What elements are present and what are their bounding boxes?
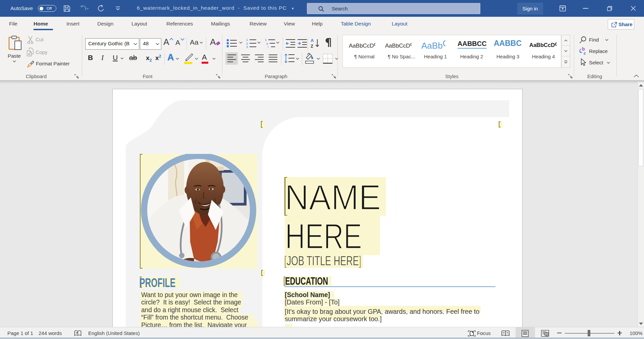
- svg-text:3: 3: [246, 45, 248, 48]
- svg-text:A: A: [311, 38, 314, 43]
- svg-text:2: 2: [246, 42, 248, 45]
- svg-text:Z: Z: [311, 44, 313, 48]
- svg-text:1: 1: [265, 38, 267, 42]
- svg-text:i: i: [268, 45, 268, 48]
- svg-text:1: 1: [246, 38, 248, 42]
- svg-text:a: a: [266, 42, 268, 45]
- svg-text:c: c: [584, 51, 586, 55]
